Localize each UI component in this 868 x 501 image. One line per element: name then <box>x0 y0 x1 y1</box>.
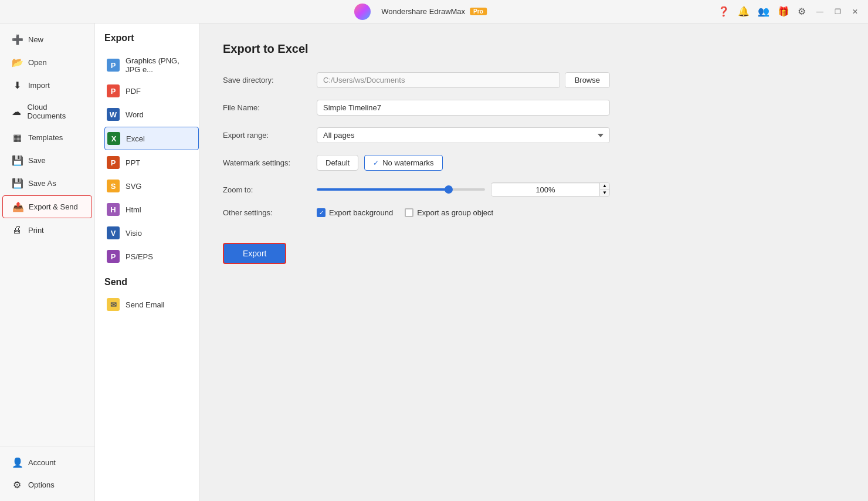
export-background-text: Export background <box>329 208 393 217</box>
sidebar-item-options[interactable]: ⚙ Options <box>2 474 92 496</box>
print-icon: 🖨 <box>12 225 22 235</box>
export-item-visio-label: Visio <box>126 229 142 238</box>
zoom-slider[interactable] <box>317 188 485 191</box>
sidebar-item-save-as[interactable]: 💾 Save As <box>2 172 92 194</box>
word-icon: W <box>107 108 120 121</box>
sidebar: ➕ New 📂 Open ⬇ Import ☁ Cloud Documents … <box>0 23 95 501</box>
watermark-default-button[interactable]: Default <box>317 155 358 171</box>
watermark-selected-label: No watermarks <box>382 158 433 167</box>
save-icon: 💾 <box>12 155 22 166</box>
sidebar-item-new-label: New <box>28 35 43 44</box>
export-send-icon: 📤 <box>12 201 23 212</box>
export-item-visio[interactable]: V Visio <box>104 222 199 244</box>
export-section-title: Export <box>104 33 199 43</box>
zoom-label: Zoom to: <box>223 185 317 194</box>
save-directory-input[interactable] <box>317 72 560 88</box>
zoom-value-group: ▲ ▼ <box>491 182 610 197</box>
users-icon[interactable]: 👥 <box>758 6 769 17</box>
export-item-html[interactable]: H Html <box>104 198 199 221</box>
minimize-button[interactable]: — <box>814 6 826 18</box>
other-settings-row: Other settings: ✓ Export background Expo… <box>223 208 845 217</box>
zoom-spinners: ▲ ▼ <box>599 183 609 196</box>
titlebar-center: Wondershare EdrawMax Pro <box>381 7 487 16</box>
restore-button[interactable]: ❐ <box>832 6 843 18</box>
sidebar-item-account-label: Account <box>28 458 56 467</box>
new-icon: ➕ <box>12 34 22 45</box>
pro-badge: Pro <box>470 8 487 15</box>
close-button[interactable]: ✕ <box>849 6 861 18</box>
export-range-label: Export range: <box>223 131 317 140</box>
export-item-png[interactable]: P Graphics (PNG, JPG e... <box>104 52 199 79</box>
sidebar-item-cloud-label: Cloud Documents <box>27 103 83 120</box>
file-name-label: File Name: <box>223 103 317 112</box>
save-directory-label: Save directory: <box>223 76 317 84</box>
page-title: Export to Excel <box>223 42 845 56</box>
watermark-no-watermarks-button[interactable]: ✓ No watermarks <box>364 155 442 171</box>
options-icon: ⚙ <box>12 479 22 490</box>
save-as-icon: 💾 <box>12 178 22 189</box>
export-button[interactable]: Export <box>223 243 286 264</box>
zoom-value-input[interactable] <box>491 184 599 196</box>
export-item-svg[interactable]: S SVG <box>104 175 199 197</box>
watermark-row: Watermark settings: Default ✓ No waterma… <box>223 155 845 171</box>
export-item-ppt-label: PPT <box>126 158 140 167</box>
import-icon: ⬇ <box>12 80 22 91</box>
file-name-row: File Name: <box>223 100 845 116</box>
zoom-row: Zoom to: ▲ ▼ <box>223 182 845 197</box>
settings-icon[interactable]: ⚙ <box>798 6 806 17</box>
export-item-excel[interactable]: X Excel <box>104 127 199 150</box>
export-group-text: Export as group object <box>417 208 493 217</box>
sidebar-item-cloud[interactable]: ☁ Cloud Documents <box>2 97 92 126</box>
sidebar-item-save-as-label: Save As <box>28 179 56 188</box>
cloud-icon: ☁ <box>12 106 21 117</box>
export-item-excel-label: Excel <box>126 134 145 143</box>
other-settings-label: Other settings: <box>223 208 317 217</box>
sidebar-item-templates[interactable]: ▦ Templates <box>2 127 92 148</box>
browse-button[interactable]: Browse <box>565 72 610 88</box>
watermark-controls: Default ✓ No watermarks <box>317 155 443 171</box>
export-item-ppt[interactable]: P PPT <box>104 151 199 174</box>
export-item-email-label: Send Email <box>126 300 164 309</box>
sidebar-item-import[interactable]: ⬇ Import <box>2 75 92 96</box>
sidebar-item-account[interactable]: 👤 Account <box>2 452 92 473</box>
gift-icon[interactable]: 🎁 <box>778 6 789 17</box>
bell-icon[interactable]: 🔔 <box>738 6 750 17</box>
ps-icon: P <box>107 250 120 263</box>
sidebar-bottom: 👤 Account ⚙ Options <box>0 446 94 496</box>
content-area: Export to Excel Save directory: Browse F… <box>199 23 868 501</box>
export-group-checkbox[interactable] <box>405 208 413 217</box>
watermark-label: Watermark settings: <box>223 158 317 167</box>
export-item-ps[interactable]: P PS/EPS <box>104 245 199 268</box>
export-background-label[interactable]: ✓ Export background <box>317 208 393 217</box>
sidebar-item-print-label: Print <box>28 226 44 235</box>
sidebar-item-export-send[interactable]: 📤 Export & Send <box>2 195 92 218</box>
sidebar-item-open[interactable]: 📂 Open <box>2 52 92 73</box>
save-directory-controls: Browse <box>317 72 610 88</box>
file-name-input[interactable] <box>317 100 610 116</box>
export-item-html-label: Html <box>126 205 141 214</box>
watermark-check-icon: ✓ <box>373 159 379 167</box>
sidebar-item-new[interactable]: ➕ New <box>2 29 92 50</box>
sidebar-item-save-label: Save <box>28 156 46 165</box>
window-controls: — ❐ ✕ <box>814 6 861 18</box>
zoom-decrement-button[interactable]: ▼ <box>600 189 609 196</box>
zoom-increment-button[interactable]: ▲ <box>600 183 609 189</box>
export-range-select[interactable]: All pages Current page Selected pages <box>317 127 610 143</box>
export-item-pdf-label: PDF <box>126 87 141 96</box>
sidebar-item-save[interactable]: 💾 Save <box>2 150 92 171</box>
ppt-icon: P <box>107 156 120 169</box>
export-item-email[interactable]: ✉ Send Email <box>104 293 199 316</box>
save-directory-row: Save directory: Browse <box>223 72 845 88</box>
help-icon[interactable]: ❓ <box>718 6 730 17</box>
send-section-title: Send <box>104 277 199 287</box>
sidebar-item-export-send-label: Export & Send <box>29 202 78 211</box>
open-icon: 📂 <box>12 57 22 68</box>
sidebar-item-print[interactable]: 🖨 Print <box>2 219 92 241</box>
sidebar-item-open-label: Open <box>28 58 47 67</box>
export-item-word[interactable]: W Word <box>104 103 199 126</box>
export-item-pdf[interactable]: P PDF <box>104 80 199 102</box>
export-background-checkbox[interactable]: ✓ <box>317 208 326 217</box>
middle-panel: Export P Graphics (PNG, JPG e... P PDF W… <box>95 23 199 501</box>
sidebar-item-import-label: Import <box>28 81 50 90</box>
export-group-label[interactable]: Export as group object <box>405 208 493 217</box>
